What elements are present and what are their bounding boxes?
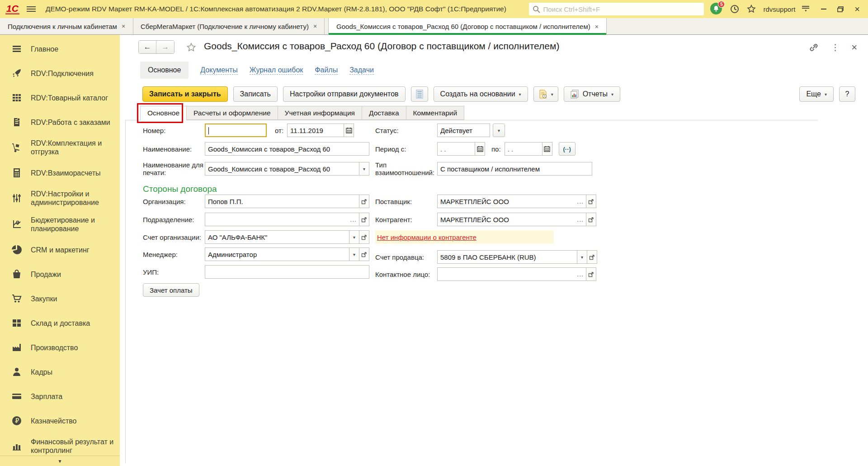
get-link-icon[interactable] [808, 42, 819, 53]
sidebar-item-budgeting[interactable]: Бюджетирование и планирование [0, 211, 120, 238]
tab-close-icon[interactable]: × [313, 23, 317, 30]
global-search[interactable] [529, 3, 704, 15]
main-menu-icon[interactable] [27, 6, 36, 12]
sidebar-item-rdv-admin[interactable]: RDV:Настройки и администрирование [0, 185, 120, 211]
favorites-star-icon[interactable] [746, 4, 756, 14]
choose-button[interactable]: ... [577, 198, 584, 205]
help-button[interactable]: ? [839, 86, 855, 102]
sidebar-item-production[interactable]: Производство [0, 335, 120, 360]
payment-offset-button[interactable]: Зачет оплаты [143, 283, 199, 297]
sidebar-item-rdv-shipping[interactable]: RDV:Комплектация и отгрузка [0, 134, 120, 161]
more-actions-icon[interactable]: ⋮ [831, 43, 840, 52]
tab-close-icon[interactable]: × [595, 23, 599, 30]
relation-type-input[interactable] [437, 162, 592, 176]
sidebar-item-treasury[interactable]: Казначейство [0, 409, 120, 433]
sidebar-item-rdv-connections[interactable]: RDV:Подключения [0, 61, 120, 86]
choose-button[interactable]: ... [350, 216, 357, 223]
form-tab-calculations[interactable]: Расчеты и оформление [187, 106, 278, 120]
sidebar-item-payroll[interactable]: Зарплата [0, 384, 120, 409]
sidebar-item-crm[interactable]: CRM и маркетинг [0, 238, 120, 262]
supplier-input[interactable] [437, 195, 586, 208]
nav-link-main[interactable]: Основное [140, 62, 189, 79]
register-records-button[interactable] [411, 86, 428, 102]
reports-button[interactable]: Отчеты ▾ [564, 86, 620, 102]
create-from-button[interactable]: Создать на основании ▾ [434, 86, 528, 102]
period-to-input[interactable] [505, 142, 542, 156]
close-form-icon[interactable]: × [851, 43, 857, 52]
calendar-button[interactable] [475, 142, 485, 156]
sidebar-item-rdv-catalog[interactable]: RDV:Товарный каталог [0, 86, 120, 110]
sidebar-item-rdv-settlements[interactable]: RDV:Взаиморасчеты [0, 161, 120, 185]
period-from-input[interactable] [437, 142, 475, 156]
open-button[interactable] [359, 247, 369, 261]
notifications-button[interactable]: 5 [710, 3, 723, 15]
print-name-dropdown-button[interactable]: ▾ [359, 162, 369, 176]
sidebar-item-warehouse[interactable]: Склад и доставка [0, 311, 120, 335]
manager-dropdown-button[interactable]: ▾ [349, 247, 359, 261]
open-button[interactable] [359, 195, 369, 208]
choose-period-button[interactable]: (··) [559, 142, 576, 156]
org-account-input[interactable] [205, 230, 349, 244]
more-button[interactable]: Еще ▾ [799, 86, 834, 102]
add-favorite-star-icon[interactable] [186, 42, 197, 53]
sidebar-item-finresult[interactable]: Финансовый результат и контроллинг [0, 433, 120, 456]
sidebar-item-hr[interactable]: Кадры [0, 360, 120, 384]
send-settings-button[interactable]: Настройки отправки документов [283, 86, 406, 102]
nav-link-files[interactable]: Файлы [315, 66, 338, 75]
organization-input[interactable] [205, 195, 359, 208]
open-button[interactable] [586, 267, 596, 281]
document-timeline-button[interactable]: ▾ [533, 86, 558, 102]
org-account-dropdown-button[interactable]: ▾ [349, 230, 359, 244]
history-icon[interactable] [730, 4, 740, 14]
name-input[interactable] [205, 142, 369, 156]
close-window-button[interactable]: × [854, 5, 860, 14]
form-tab-delivery[interactable]: Доставка [362, 106, 406, 120]
calendar-button[interactable] [344, 124, 354, 137]
form-tab-main[interactable]: Основное [140, 106, 187, 120]
window-tab-sbermegamarket[interactable]: СберМегаМаркет (Подключение к личному ка… [133, 18, 325, 34]
open-button[interactable] [359, 213, 369, 226]
manager-input[interactable] [205, 247, 349, 261]
number-input[interactable] [205, 124, 267, 137]
window-tab-goods-contract[interactable]: Goods_Комиссия с товаров_Расход 60 (Дого… [328, 18, 607, 35]
save-and-close-button[interactable]: Записать и закрыть [142, 86, 228, 102]
calendar-button[interactable] [542, 142, 552, 156]
sidebar-item-rdv-orders[interactable]: RDV:Работа с заказами [0, 110, 120, 134]
form-tab-comment[interactable]: Комментарий [406, 106, 465, 120]
service-menu-icon[interactable]: ▾ [802, 6, 809, 12]
sidebar-scroll-down[interactable]: ▼ [0, 456, 120, 466]
nav-link-documents[interactable]: Документы [200, 66, 237, 75]
save-button[interactable]: Записать [233, 86, 278, 102]
open-button[interactable] [359, 230, 369, 244]
search-input[interactable] [543, 5, 700, 13]
seller-account-input[interactable] [437, 250, 577, 264]
uip-input[interactable] [205, 265, 369, 279]
open-button[interactable] [587, 250, 597, 264]
document-date-input[interactable] [287, 124, 344, 137]
nav-link-error-log[interactable]: Журнал ошибок [250, 66, 303, 75]
open-button[interactable] [586, 195, 596, 208]
sidebar-item-sales[interactable]: Продажи [0, 262, 120, 286]
sidebar-item-purchases[interactable]: Закупки [0, 286, 120, 311]
no-counterparty-info-link[interactable]: Нет информации о контрагенте [377, 233, 476, 241]
open-button[interactable] [586, 213, 596, 226]
contact-person-input[interactable] [437, 267, 586, 281]
department-input[interactable] [205, 213, 359, 226]
minimize-button[interactable] [821, 9, 826, 10]
window-tab-connections[interactable]: Подключения к личным кабинетам × [0, 18, 133, 34]
current-user[interactable]: rdvsupport [763, 5, 795, 13]
status-input[interactable] [437, 124, 490, 137]
seller-account-dropdown-button[interactable]: ▾ [577, 250, 587, 264]
choose-button[interactable]: ... [577, 271, 584, 278]
form-tab-accounting[interactable]: Учетная информация [278, 106, 362, 120]
nav-link-tasks[interactable]: Задачи [349, 66, 374, 75]
counterparty-input[interactable] [437, 213, 586, 226]
tab-close-icon[interactable]: × [122, 23, 125, 30]
status-dropdown-button[interactable]: ▾ [493, 124, 505, 137]
maximize-button[interactable] [837, 6, 844, 12]
choose-button[interactable]: ... [577, 216, 584, 223]
print-name-input[interactable] [205, 162, 359, 176]
forward-button[interactable]: → [156, 41, 174, 53]
sidebar-item-main[interactable]: Главное [0, 37, 120, 61]
back-button[interactable]: ← [139, 41, 156, 53]
